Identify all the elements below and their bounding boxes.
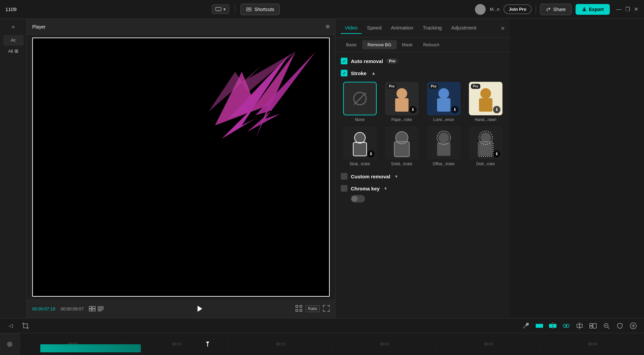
auto-removal-row: ✓ Auto removal Pro: [341, 58, 504, 64]
chroma-key-checkbox[interactable]: [341, 185, 347, 192]
stroke-item-solid[interactable]: Solid...troke: [383, 126, 421, 166]
shield-icon[interactable]: [614, 320, 625, 331]
svg-rect-36: [353, 142, 367, 156]
export-button[interactable]: Export: [576, 4, 610, 15]
close-button[interactable]: ✕: [634, 7, 639, 12]
auto-removal-checkbox[interactable]: ✓: [341, 58, 347, 64]
pro-tag-lumi: Pro: [429, 84, 439, 89]
chroma-toggle-switch[interactable]: [351, 195, 365, 202]
svg-point-6: [478, 6, 483, 10]
stroke-expand-icon[interactable]: ▲: [371, 70, 376, 76]
timeline-track: |00:05 |00:10 |00:15 |00:20 |00:25 |00:3…: [0, 333, 644, 355]
custom-removal-expand-icon[interactable]: ▾: [395, 174, 397, 179]
svg-rect-25: [296, 305, 298, 307]
sidebar-collapse-button[interactable]: »: [8, 21, 19, 32]
topbar-right: M...n Join Pro Share Export — ❐ ✕: [475, 4, 639, 15]
panel-content: ✓ Auto removal Pro ✓ Stroke ▲ None: [335, 52, 510, 318]
stroke-thumb-straight[interactable]: ⬇: [343, 126, 377, 160]
stroke-thumb-lumi[interactable]: Pro ⬇: [427, 82, 461, 115]
window-controls: — ❐ ✕: [616, 7, 639, 12]
svg-rect-50: [23, 324, 28, 328]
add-track-icon[interactable]: [628, 320, 639, 331]
svg-point-31: [438, 88, 449, 99]
all-filter-row[interactable]: All ⊞: [5, 47, 21, 55]
monitor-btn[interactable]: ▾: [212, 4, 229, 14]
svg-rect-0: [216, 7, 221, 11]
mic-icon[interactable]: 🎤: [521, 320, 531, 331]
stroke-thumb-paper[interactable]: Pro ⬇: [385, 82, 419, 115]
stroke-label-paper: Pape...roke: [391, 117, 412, 122]
sub-tab-mask[interactable]: Mask: [397, 40, 418, 49]
custom-removal-row: Custom removal ▾: [341, 173, 504, 180]
stroke-item-none[interactable]: None: [341, 82, 379, 122]
zoom-out-icon[interactable]: [601, 320, 612, 331]
svg-point-7: [477, 11, 484, 15]
time-total: 00:00:09:07: [61, 306, 84, 311]
sub-tab-remove-bg[interactable]: Remove BG: [362, 40, 397, 49]
svg-rect-18: [102, 306, 103, 308]
svg-rect-30: [395, 98, 409, 112]
minimize-button[interactable]: —: [616, 7, 621, 12]
tab-animation[interactable]: Animation: [387, 22, 417, 34]
tab-adjustment[interactable]: Adjustment: [447, 22, 480, 34]
sidebar-item-ac[interactable]: Ac: [3, 35, 23, 46]
sub-tab-basic[interactable]: Basic: [341, 40, 362, 49]
chroma-toggle: [351, 195, 504, 202]
chevron-right-icon: »: [12, 24, 15, 30]
stroke-item-straight[interactable]: ⬇ Strai...troke: [341, 126, 379, 166]
stroke-item-hand[interactable]: Pro ⬇ Hand...rawn: [467, 82, 504, 122]
split-icon[interactable]: [547, 320, 558, 331]
svg-rect-26: [300, 305, 302, 307]
stroke-label-hand: Hand...rawn: [475, 117, 496, 122]
more-tabs-icon[interactable]: »: [501, 24, 504, 32]
crop-icon[interactable]: [20, 320, 31, 331]
zoom-fit-icon[interactable]: [296, 305, 302, 313]
sub-tabs: Basic Remove BG Mask Retouch: [335, 38, 510, 52]
svg-rect-68: [590, 326, 592, 328]
play-button[interactable]: [194, 303, 206, 315]
stroke-thumb-none[interactable]: [343, 82, 377, 115]
connect-icon[interactable]: [561, 320, 572, 331]
svg-rect-56: [538, 324, 540, 328]
stroke-item-dotted[interactable]: ⬇ Dott...roke: [467, 126, 504, 166]
bottom-area: ◁ 🎤: [0, 318, 644, 355]
chroma-key-row: Chroma key ▾: [341, 185, 504, 192]
chroma-key-expand-icon[interactable]: ▾: [384, 186, 387, 191]
center-align-icon[interactable]: [574, 320, 585, 331]
stroke-thumb-offset[interactable]: [427, 126, 461, 160]
stroke-checkbox[interactable]: ✓: [341, 70, 347, 76]
stroke-thumb-solid[interactable]: [385, 126, 419, 160]
svg-rect-65: [577, 324, 580, 328]
playhead-indicator: [7, 342, 12, 347]
link-clips-icon[interactable]: [534, 320, 545, 331]
shortcuts-button[interactable]: Shortcuts: [240, 4, 280, 15]
maximize-button[interactable]: ❐: [625, 7, 630, 12]
back-icon[interactable]: ◁: [5, 320, 16, 331]
topbar: 1109 ▾ Shortcuts M...n Join Pro Share Ex…: [0, 0, 644, 19]
share-button[interactable]: Share: [540, 4, 571, 15]
stroke-item-offset[interactable]: Offse...troke: [425, 126, 463, 166]
player-menu-button[interactable]: ≡: [326, 23, 330, 31]
stroke-thumb-dotted[interactable]: ⬇: [469, 126, 502, 160]
track-clip[interactable]: [40, 344, 141, 352]
tab-tracking[interactable]: Tracking: [419, 22, 446, 34]
dl-tag-dotted: ⬇: [493, 150, 500, 158]
join-pro-button[interactable]: Join Pro: [503, 4, 532, 14]
time-mark-20: |00:20: [332, 342, 436, 346]
custom-removal-checkbox[interactable]: [341, 173, 347, 180]
player-header: Player ≡: [27, 19, 335, 35]
tab-speed[interactable]: Speed: [363, 22, 385, 34]
sub-tab-retouch[interactable]: Retouch: [418, 40, 445, 49]
tab-video[interactable]: Video: [341, 22, 362, 34]
svg-marker-11: [247, 52, 316, 132]
ratio-badge[interactable]: Ratio: [306, 305, 320, 312]
svg-rect-28: [300, 309, 302, 311]
time-current: 00:00:07:19: [32, 306, 55, 311]
fullscreen-icon[interactable]: [323, 305, 330, 313]
stroke-item-paper[interactable]: Pro ⬇ Pape...roke: [383, 82, 421, 122]
svg-rect-34: [479, 98, 492, 112]
stroke-thumb-hand[interactable]: Pro ⬇: [469, 82, 502, 115]
svg-rect-67: [590, 323, 592, 326]
stroke-item-lumi[interactable]: Pro ⬇ Lumi...ence: [425, 82, 463, 122]
grid-icon[interactable]: [588, 320, 598, 331]
